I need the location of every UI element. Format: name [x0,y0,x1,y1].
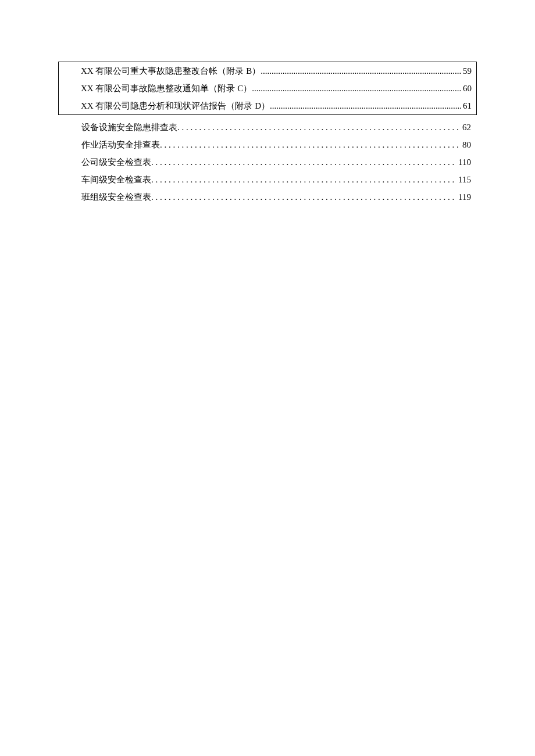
toc-entry-label: 班组级安全检查表 [81,188,151,206]
toc-entry: 班组级安全检查表 119 [58,188,477,206]
toc-entry-page: 62 [461,119,471,136]
toc-entry: XX 有限公司事故隐患整改通知单（附录 C） 60 [59,80,476,97]
toc-entry-page: 115 [457,171,471,188]
toc-entry: XX 有限公司隐患分析和现状评估报告（附录 D） 61 [59,97,476,114]
toc-entry-label: XX 有限公司重大事故隐患整改台帐（附录 B） [81,62,261,80]
toc-plain-section: 设备设施安全隐患排查表 62 作业活动安全排查表 80 公司级安全检查表 110… [58,119,477,206]
toc-entry-page: 61 [462,97,472,114]
toc-leader-dots [270,97,462,114]
toc-leader-dots [151,153,457,171]
toc-entry-label: 作业活动安全排查表 [81,136,160,153]
toc-leader-dots [177,119,461,136]
toc-entry-label: 车间级安全检查表 [81,171,151,188]
toc-entry-label: XX 有限公司隐患分析和现状评估报告（附录 D） [81,97,270,114]
toc-leader-dots [151,188,457,206]
document-page: XX 有限公司重大事故隐患整改台帐（附录 B） 59 XX 有限公司事故隐患整改… [0,0,535,206]
toc-entry: 车间级安全检查表 115 [58,171,477,188]
toc-entry: 公司级安全检查表 110 [58,153,477,171]
toc-entry-label: 公司级安全检查表 [81,153,151,171]
toc-entry-page: 110 [457,153,471,171]
toc-entry-label: XX 有限公司事故隐患整改通知单（附录 C） [81,80,252,97]
toc-leader-dots [160,136,461,153]
toc-entry: 设备设施安全隐患排查表 62 [58,119,477,136]
toc-leader-dots [261,62,462,80]
toc-entry-page: 119 [457,188,471,206]
toc-leader-dots [151,171,457,188]
toc-entry-label: 设备设施安全隐患排查表 [81,119,177,136]
toc-leader-dots [252,80,462,97]
toc-entry-page: 60 [462,80,472,97]
toc-boxed-section: XX 有限公司重大事故隐患整改台帐（附录 B） 59 XX 有限公司事故隐患整改… [58,62,477,115]
toc-entry: 作业活动安全排查表 80 [58,136,477,153]
toc-entry: XX 有限公司重大事故隐患整改台帐（附录 B） 59 [59,62,476,80]
toc-entry-page: 59 [462,62,472,80]
toc-entry-page: 80 [461,136,471,153]
